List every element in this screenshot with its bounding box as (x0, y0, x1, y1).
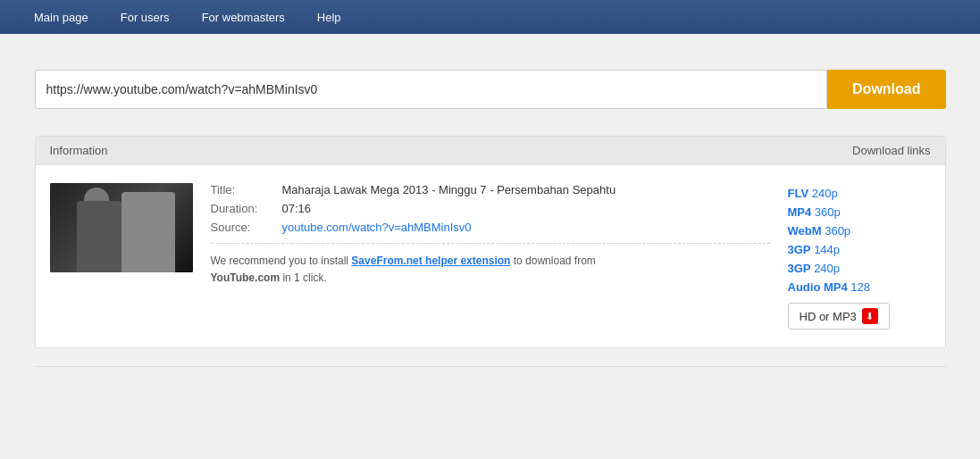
recommend-bold: YouTube.com (211, 271, 281, 284)
download-links-label: Download links (852, 144, 930, 157)
top-navigation: Main page For users For webmasters Help (0, 0, 980, 34)
dl-mp4-360p[interactable]: MP4 360p (788, 205, 931, 219)
url-input[interactable] (35, 70, 828, 109)
download-button[interactable]: Download (827, 70, 945, 109)
dl-webm-360p[interactable]: WebM 360p (788, 224, 931, 238)
nav-help[interactable]: Help (301, 0, 357, 34)
title-row: Title: Maharaja Lawak Mega 2013 - Minggu… (211, 183, 770, 196)
recommend-text: We recommend you to install SaveFrom.net… (211, 253, 658, 287)
info-details: Title: Maharaja Lawak Mega 2013 - Minggu… (211, 183, 770, 330)
bottom-divider (35, 366, 946, 367)
hd-mp3-label: HD or MP3 (800, 310, 857, 323)
info-panel-body: Title: Maharaja Lawak Mega 2013 - Minggu… (36, 165, 945, 347)
source-link[interactable]: youtube.com/watch?v=ahMBMinIsv0 (282, 221, 472, 234)
source-value: youtube.com/watch?v=ahMBMinIsv0 (282, 221, 472, 234)
duration-row: Duration: 07:16 (211, 202, 770, 215)
dl-3gp-144p[interactable]: 3GP 144p (788, 243, 931, 256)
info-panel: Information Download links Title: Mahara… (35, 136, 946, 348)
hd-or-mp3-button[interactable]: HD or MP3 ⬇ (788, 303, 890, 330)
info-panel-title: Information (50, 144, 108, 157)
info-panel-header: Information Download links (36, 137, 945, 165)
url-bar: Download (35, 70, 946, 109)
video-thumbnail (50, 183, 193, 272)
info-divider (211, 243, 770, 244)
download-links-section: FLV 240p MP4 360p WebM 360p 3GP 144p 3GP… (788, 183, 931, 330)
dl-3gp-240p[interactable]: 3GP 240p (788, 262, 931, 275)
dl-flv-240p[interactable]: FLV 240p (788, 187, 931, 200)
savefrom-link[interactable]: SaveFrom.net helper extension (351, 255, 510, 267)
duration-label: Duration: (211, 202, 282, 215)
source-row: Source: youtube.com/watch?v=ahMBMinIsv0 (211, 221, 770, 234)
recommend-after: to download from (510, 255, 595, 267)
nav-for-users[interactable]: For users (105, 0, 186, 34)
title-label: Title: (211, 183, 282, 196)
duration-value: 07:16 (282, 202, 312, 215)
dl-audio-mp4-128[interactable]: Audio MP4 128 (788, 280, 931, 294)
nav-main-page[interactable]: Main page (18, 0, 105, 34)
recommend-end: in 1 click. (280, 271, 327, 284)
download-icon: ⬇ (862, 308, 878, 324)
nav-for-webmasters[interactable]: For webmasters (186, 0, 301, 34)
source-label: Source: (211, 221, 282, 234)
recommend-before: We recommend you to install (211, 255, 352, 267)
main-content: Download Information Download links Titl… (17, 34, 964, 385)
title-value: Maharaja Lawak Mega 2013 - Minggu 7 - Pe… (282, 183, 616, 196)
